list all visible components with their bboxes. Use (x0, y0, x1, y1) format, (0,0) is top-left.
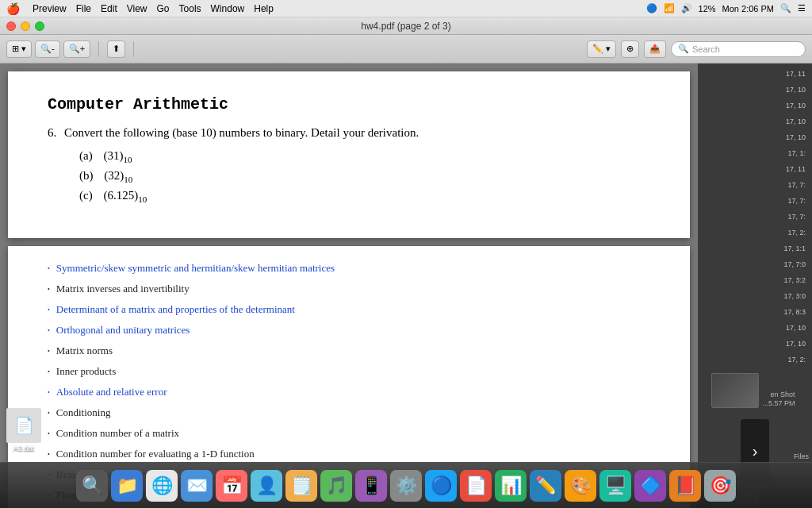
rp-row: 17, 2: (701, 352, 809, 367)
volume-icon: 🔊 (681, 3, 692, 13)
menu-tools[interactable]: Tools (179, 3, 201, 14)
datetime: Mon 2:06 PM (722, 4, 774, 13)
toolbar-separator-2 (133, 41, 134, 57)
bullet-icon: • (48, 389, 50, 396)
search-icon: 🔍 (678, 44, 689, 54)
subq-c-content: (6.125)10 (103, 189, 147, 202)
dock-icon-12[interactable]: 📊 (495, 470, 527, 502)
caption-1: en Shot (762, 391, 798, 399)
dock-icon-1[interactable]: 📁 (111, 470, 143, 502)
pdf-subq-c: (c) (6.125)10 (79, 189, 650, 204)
dock-icon-0[interactable]: 🔍 (76, 470, 108, 502)
dock-icon-4[interactable]: 📅 (216, 470, 247, 502)
menu-edit[interactable]: Edit (101, 3, 117, 14)
question-number: 6. (48, 126, 56, 139)
menu-window[interactable]: Window (211, 3, 245, 14)
toolbar-nav-group: ⊞ ▾ 🔍- 🔍+ (6, 40, 90, 58)
subq-c-label: (c) (79, 189, 93, 202)
rp-row: 17, 10 (701, 130, 809, 144)
dock-icon-2[interactable]: 🌐 (146, 470, 178, 502)
bullet-icon: • (48, 368, 50, 375)
bullet-icon: • (48, 265, 50, 272)
subq-a-label: (a) (79, 149, 93, 162)
list-item: •Condition number of a matrix (48, 427, 650, 440)
share-button[interactable]: ⬆ (107, 40, 125, 58)
menubar: 🍎 Preview File Edit View Go Tools Window… (0, 0, 812, 17)
list-item: •Absolute and relative error (48, 386, 650, 398)
bullet-icon: • (48, 306, 50, 314)
rp-row: 17, 11 (701, 67, 809, 81)
files-label: Files (794, 452, 809, 460)
window-title: hw4.pdf (page 2 of 3) (361, 21, 450, 32)
menu-help[interactable]: Help (254, 3, 274, 14)
rp-row: 17, 7: (701, 194, 809, 208)
thumbnail-1 (711, 373, 759, 408)
maximize-button[interactable] (35, 21, 44, 31)
dock-icon-10[interactable]: 🔵 (425, 470, 457, 502)
menu-go[interactable]: Go (157, 3, 170, 14)
dock-icon-6[interactable]: 🗒️ (285, 470, 317, 502)
bullet-icon: • (48, 327, 50, 334)
menu-file[interactable]: File (76, 3, 91, 14)
add-button[interactable]: ⊕ (621, 40, 639, 58)
share-button-2[interactable]: 📤 (644, 40, 666, 58)
dock-icon-17[interactable]: 📕 (669, 470, 701, 502)
close-button[interactable] (6, 21, 16, 31)
rp-row: 17, 10 (701, 337, 809, 351)
menu-view[interactable]: View (127, 3, 147, 14)
subq-b-content: (32)10 (104, 169, 132, 182)
page-layout-button[interactable]: ⊞ ▾ (6, 40, 32, 58)
annotate-button[interactable]: ✏️ ▾ (587, 40, 616, 58)
search-placeholder: Search (692, 44, 720, 54)
question-text: Convert the following (base 10) numbers … (64, 126, 419, 139)
rp-row: 17, 11 (701, 162, 809, 176)
window-controls (6, 21, 44, 31)
bullet-icon: • (48, 430, 50, 437)
zoom-out-button[interactable]: 🔍- (35, 40, 60, 58)
dock-icon-18[interactable]: 🎯 (704, 470, 736, 502)
dock-icon-16[interactable]: 🔷 (634, 470, 666, 502)
search-box[interactable]: 🔍 Search (671, 41, 806, 57)
toolbar-separator (98, 41, 99, 57)
menubar-right: 🔵 📶 🔊 12% Mon 2:06 PM 🔍 ☰ (646, 3, 806, 13)
pdf-page-1: Computer Arithmetic 6. Convert the follo… (8, 71, 690, 238)
rp-row: 17, 7: (701, 210, 809, 224)
caption-1b: ...5.57 PM (762, 399, 798, 408)
dock-icon-7[interactable]: 🎵 (320, 470, 352, 502)
spotlight-icon[interactable]: 🔍 (780, 3, 791, 13)
app-name[interactable]: Preview (33, 3, 67, 14)
list-item: •Matrix norms (48, 344, 650, 357)
dock-icon-9[interactable]: ⚙️ (390, 470, 422, 502)
pdf-viewer[interactable]: Computer Arithmetic 6. Convert the follo… (0, 64, 698, 508)
notification-icon[interactable]: ☰ (798, 3, 806, 13)
rp-row: 17, 3:0 (701, 289, 809, 303)
dock-icon-8[interactable]: 📱 (355, 470, 387, 502)
rp-row: 17, 7:0 (701, 257, 809, 271)
dock-icon-15[interactable]: 🖥️ (599, 470, 631, 502)
bluetooth-icon: 🔵 (646, 3, 657, 13)
dock-icon-3[interactable]: ✉️ (181, 470, 213, 502)
rp-row: 17, 7: (701, 178, 809, 192)
list-item: •Orthogonal and unitary matrices (48, 324, 650, 337)
dock-icon-14[interactable]: 🎨 (565, 470, 596, 502)
dock-icon-11[interactable]: 📄 (460, 470, 492, 502)
minimize-button[interactable] (21, 21, 30, 31)
subq-a-content: (31)10 (103, 149, 132, 162)
dock-icon-5[interactable]: 👤 (251, 470, 282, 502)
rp-row: 17, 8:3 (701, 305, 809, 319)
desktop-file-icon: 📄 A3.dat (6, 408, 41, 452)
right-panel-rows: 17, 1117, 1017, 1017, 1017, 1017, 1:17, … (698, 64, 812, 370)
apple-menu[interactable]: 🍎 (6, 2, 20, 15)
list-item: •Symmetric/skew symmetric and hermitian/… (48, 262, 650, 275)
pdf-question-6: 6. Convert the following (base 10) numbe… (48, 126, 650, 140)
rp-row: 17, 3:2 (701, 273, 809, 287)
rp-row: 17, 2: (701, 225, 809, 240)
bullet-icon: • (48, 286, 50, 293)
rp-row: 17, 10 (701, 98, 809, 113)
dock-icon-13[interactable]: ✏️ (530, 470, 561, 502)
wifi-icon: 📶 (664, 3, 675, 13)
right-panel: 17, 1117, 1017, 1017, 1017, 1017, 1:17, … (698, 64, 812, 508)
zoom-in-button[interactable]: 🔍+ (63, 40, 90, 58)
rp-row: 17, 1: (701, 146, 809, 160)
page-title: Computer Arithmetic (48, 95, 650, 114)
